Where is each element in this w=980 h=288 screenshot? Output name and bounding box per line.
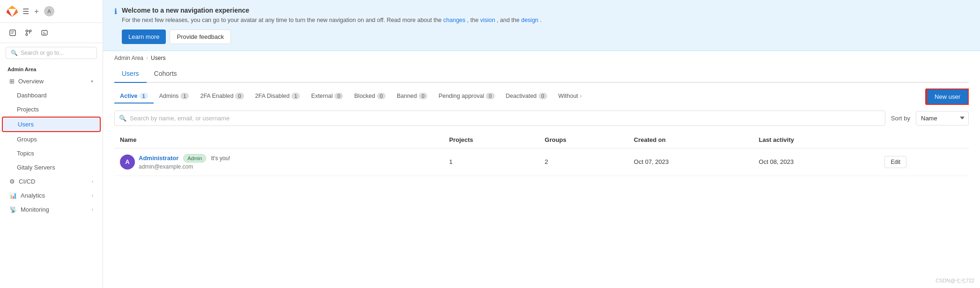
global-search[interactable]: 🔍 Search or go to... bbox=[6, 47, 97, 59]
filter-tab-label: External bbox=[311, 93, 333, 99]
breadcrumb-admin[interactable]: Admin Area bbox=[114, 55, 143, 61]
user-name[interactable]: Administrator bbox=[139, 155, 178, 162]
sidebar-item-monitoring[interactable]: 📡 Monitoring › bbox=[2, 203, 101, 216]
filter-tab-without[interactable]: Without › bbox=[553, 89, 587, 103]
sidebar-item-analytics[interactable]: 📊 Analytics › bbox=[2, 189, 101, 202]
user-created-on: Oct 07, 2023 bbox=[628, 148, 753, 176]
col-header-groups: Groups bbox=[539, 132, 628, 148]
sidebar-item-label: Users bbox=[18, 121, 34, 128]
monitoring-icon: 📡 bbox=[9, 206, 17, 213]
sidebar-item-projects[interactable]: Projects bbox=[2, 103, 101, 116]
banner-link-changes[interactable]: changes bbox=[443, 17, 465, 23]
banner-title: Welcome to a new navigation experience bbox=[122, 7, 969, 14]
search-input[interactable] bbox=[114, 111, 885, 126]
search-icon: 🔍 bbox=[119, 115, 126, 122]
filter-tab-label: Admins bbox=[159, 93, 179, 99]
sidebar-item-users[interactable]: Users bbox=[2, 117, 101, 132]
sidebar-item-cicd[interactable]: ⚙ CI/CD › bbox=[2, 175, 101, 188]
user-actions-cell: Edit bbox=[879, 148, 969, 176]
sidebar-item-label: Gitaly Servers bbox=[17, 164, 55, 171]
learn-more-button[interactable]: Learn more bbox=[122, 30, 166, 44]
filter-tab-count: 0 bbox=[419, 93, 427, 99]
sidebar-item-overview[interactable]: ⊞ Overview ▾ bbox=[2, 74, 101, 88]
nav-experience-banner: ℹ Welcome to a new navigation experience… bbox=[103, 0, 980, 51]
search-row: 🔍 Sort by Name Email Created on Last act… bbox=[114, 111, 969, 126]
banner-text-end: . bbox=[540, 17, 542, 23]
svg-rect-6 bbox=[42, 30, 47, 35]
filter-tab-count: 0 bbox=[235, 93, 244, 99]
user-groups: 2 bbox=[539, 148, 628, 176]
filter-tab-label: Pending approval bbox=[438, 93, 484, 99]
admin-badge: Admin bbox=[183, 154, 206, 162]
banner-link-vision[interactable]: vision bbox=[480, 17, 495, 23]
col-header-created: Created on bbox=[628, 132, 753, 148]
sort-select[interactable]: Name Email Created on Last activity Acce… bbox=[916, 111, 969, 126]
filter-tab-blocked[interactable]: Blocked 0 bbox=[349, 89, 391, 103]
sidebar-item-topics[interactable]: Topics bbox=[2, 147, 101, 160]
filter-tab-label: 2FA Enabled bbox=[200, 93, 233, 99]
filter-tab-pending-approval[interactable]: Pending approval 0 bbox=[433, 89, 500, 103]
avatar-icon[interactable]: A bbox=[44, 6, 54, 16]
banner-body: Welcome to a new navigation experience F… bbox=[122, 7, 969, 44]
chevron-right-icon: › bbox=[92, 179, 93, 184]
new-user-button[interactable]: New user bbox=[926, 89, 969, 105]
filter-tab-2fa-enabled[interactable]: 2FA Enabled 0 bbox=[194, 89, 249, 103]
filter-tab-active[interactable]: Active 1 bbox=[114, 89, 154, 103]
svg-point-3 bbox=[26, 30, 28, 32]
page-tabs: Users Cohorts bbox=[114, 65, 969, 83]
user-last-activity: Oct 08, 2023 bbox=[753, 148, 879, 176]
user-email: admin@example.com bbox=[139, 163, 230, 170]
filter-tab-banned[interactable]: Banned 0 bbox=[391, 89, 433, 103]
edit-user-button[interactable]: Edit bbox=[884, 156, 906, 168]
col-header-name: Name bbox=[114, 132, 444, 148]
sidebar-item-groups[interactable]: Groups bbox=[2, 133, 101, 146]
filter-tab-label: Active bbox=[120, 93, 138, 99]
banner-text-mid2: , and the bbox=[497, 17, 520, 23]
filter-tab-label: Banned bbox=[397, 93, 417, 99]
tab-cohorts[interactable]: Cohorts bbox=[147, 65, 185, 83]
banner-actions: Learn more Provide feedback bbox=[122, 30, 969, 44]
issues-icon-btn[interactable] bbox=[6, 26, 20, 40]
main-content: ℹ Welcome to a new navigation experience… bbox=[103, 0, 980, 288]
filter-tab-admins[interactable]: Admins 1 bbox=[154, 89, 195, 103]
search-placeholder: Search or go to... bbox=[21, 50, 64, 56]
avatar: A bbox=[120, 155, 135, 170]
snippets-icon-btn[interactable] bbox=[37, 26, 52, 40]
filter-tab-count: 1 bbox=[291, 93, 300, 99]
user-info-cell: A Administrator Admin It's you! admin@ex… bbox=[114, 148, 444, 176]
breadcrumb: Admin Area › Users bbox=[103, 51, 980, 61]
sidebar-item-gitaly-servers[interactable]: Gitaly Servers bbox=[2, 161, 101, 174]
sidebar-item-label: Groups bbox=[17, 136, 37, 143]
sidebar-item-label: Analytics bbox=[21, 192, 45, 199]
banner-text: For the next few releases, you can go to… bbox=[122, 16, 969, 25]
filter-tab-external[interactable]: External 0 bbox=[305, 89, 349, 103]
sidebar: ☰ ＋ A 🔍 Search or go to... Admin Area ⊞ … bbox=[0, 0, 103, 288]
merge-requests-icon-btn[interactable] bbox=[22, 26, 36, 40]
sidebar-quick-actions bbox=[0, 23, 103, 43]
feedback-button[interactable]: Provide feedback bbox=[170, 30, 230, 44]
filter-tab-deactivated[interactable]: Deactivated 0 bbox=[500, 89, 553, 103]
new-item-icon[interactable]: ＋ bbox=[33, 7, 40, 16]
info-icon: ℹ bbox=[114, 7, 117, 16]
page-area: Users Cohorts Active 1 Admins 1 2FA Enab… bbox=[103, 61, 980, 176]
sidebar-nav: ⊞ Overview ▾ Dashboard Projects Users Gr… bbox=[0, 74, 103, 217]
users-table: Name Projects Groups Created on Last act… bbox=[114, 132, 969, 176]
cicd-icon: ⚙ bbox=[9, 178, 15, 185]
breadcrumb-separator: › bbox=[146, 55, 148, 61]
filter-tab-label: Blocked bbox=[354, 93, 375, 99]
filter-tabs-row: Active 1 Admins 1 2FA Enabled 0 2FA Disa… bbox=[114, 89, 969, 105]
sidebar-item-label: Dashboard bbox=[17, 92, 47, 99]
banner-link-design[interactable]: design bbox=[521, 17, 538, 23]
sidebar-item-label: CI/CD bbox=[19, 178, 35, 185]
filter-tabs: Active 1 Admins 1 2FA Enabled 0 2FA Disa… bbox=[114, 89, 922, 103]
banner-text-before: For the next few releases, you can go to… bbox=[122, 17, 442, 23]
filter-tab-label: Deactivated bbox=[506, 93, 537, 99]
sort-label: Sort by bbox=[891, 115, 910, 122]
sidebar-icon-toggle[interactable]: ☰ bbox=[22, 7, 29, 16]
search-input-wrap: 🔍 bbox=[114, 111, 885, 126]
you-label: It's you! bbox=[211, 155, 230, 162]
sidebar-item-dashboard[interactable]: Dashboard bbox=[2, 89, 101, 102]
filter-tab-2fa-disabled[interactable]: 2FA Disabled 1 bbox=[250, 89, 306, 103]
tab-users[interactable]: Users bbox=[114, 65, 147, 83]
overview-icon: ⊞ bbox=[9, 78, 15, 85]
